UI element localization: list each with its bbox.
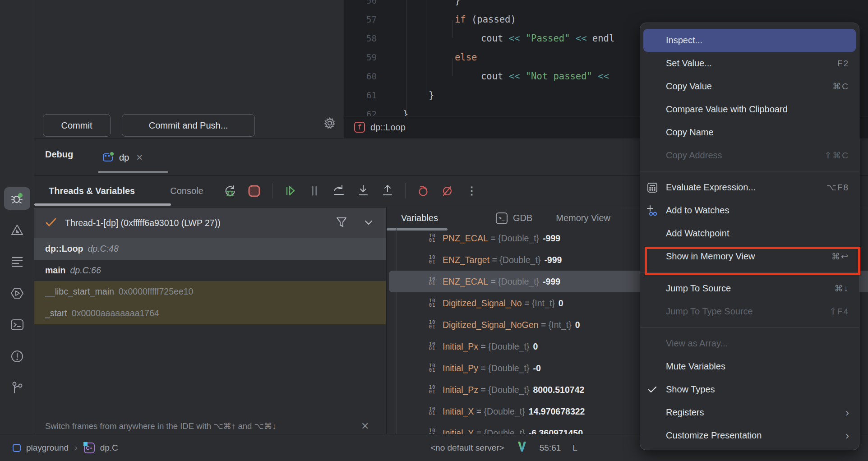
view-breakpoints-icon[interactable] [416,184,430,198]
tab-threads-variables[interactable]: Threads & Variables [49,186,135,196]
menu-item-inspect[interactable]: Inspect... [643,29,856,52]
frame-row-library[interactable]: _start 0x0000aaaaaaaa1764 [34,303,386,324]
tab-memory-view[interactable]: Memory View [556,213,610,223]
step-over-icon[interactable] [332,184,346,198]
status-default-server[interactable]: <no default server> [430,443,504,453]
code-token: << [509,33,526,44]
cpp-file-icon: C+ [84,443,95,453]
line-number: 56 [344,0,377,10]
menu-item-jump-to-source[interactable]: Jump To Source ⌘↓ [640,277,859,300]
tool-problems-button[interactable] [4,345,30,368]
thread-selector[interactable]: Thread-1-[dp] (0xfffff6a93010 (LWP 27)) [34,208,386,238]
menu-item-compare-value-with-clipboard[interactable]: Compare Value with Clipboard [640,98,859,121]
stop-icon[interactable] [248,184,261,198]
step-into-icon[interactable] [356,184,370,198]
menu-item-label: Evaluate Expression... [666,182,756,193]
shortcut-hint: ⇧⌘C [824,150,849,161]
frame-row-library[interactable]: __libc_start_main 0x0000fffff725ee10 [34,281,386,303]
close-icon[interactable]: ✕ [361,420,369,432]
indent-guide [452,20,453,38]
annotation-highlight-box [645,247,860,275]
code-token: } [455,0,460,6]
tool-version-control-button[interactable] [4,377,30,399]
status-project-name[interactable]: playground [26,443,69,453]
breadcrumb[interactable]: dp::Loop [370,122,406,133]
menu-item-customize-presentation[interactable]: Customize Presentation › [640,424,859,447]
code-token: if [455,14,466,25]
status-caret-position[interactable]: 55:61 [540,443,561,453]
step-out-icon[interactable] [381,184,394,198]
rerun-debug-icon[interactable] [223,184,237,198]
structure-icon [11,256,23,267]
chevron-down-icon[interactable] [364,219,374,227]
menu-item-label: Copy Name [666,127,714,138]
primitive-variable-icon: 1001 [426,342,438,351]
menu-item-show-types[interactable]: Show Types [640,378,859,401]
code-line: } [455,0,460,10]
close-icon[interactable]: × [136,153,143,162]
more-options-kebab-icon[interactable]: ⋮ [465,184,479,198]
tab-dp-session[interactable]: dp × [103,146,171,169]
tool-terminal-button[interactable] [4,313,30,336]
menu-item-evaluate-expression[interactable]: Evaluate Expression... ⌥F8 [640,176,859,199]
variable-name: PNZ_ECAL [443,233,488,244]
commit-button[interactable]: Commit [43,114,111,137]
variable-type: {Double_t} [488,385,529,395]
resume-icon[interactable] [283,184,297,198]
frame-row[interactable]: main dp.C:66 [34,260,386,281]
services-icon [10,287,24,300]
pause-icon[interactable] [308,184,321,198]
add-to-watches-icon [646,205,658,217]
variable-type: {Double_t} [498,233,539,244]
tool-debug-button[interactable] [4,187,30,210]
menu-item-add-to-watches[interactable]: Add to Watches [640,199,859,222]
tab-console[interactable]: Console [170,186,203,196]
line-number: 58 [344,29,377,48]
tab-variables[interactable]: Variables [401,213,438,223]
commit-and-push-button[interactable]: Commit and Push... [122,114,255,137]
equals: = [474,428,484,435]
menu-item-label: Add Watchpoint [666,228,729,239]
menu-item-copy-value[interactable]: Copy Value ⌘C [640,75,859,98]
variable-type: {Int_t} [532,298,555,309]
menu-item-registers[interactable]: Registers › [640,401,859,424]
primitive-variable-icon: 1001 [426,320,438,329]
menu-item-mute-variables[interactable]: Mute Variables [640,355,859,378]
frame-row-current[interactable]: dp::Loop dp.C:48 [34,238,386,260]
profiler-icon [10,223,24,237]
variable-value: -999 [543,233,560,244]
variable-value: 0 [559,298,563,309]
menu-item-set-value[interactable]: Set Value... F2 [640,52,859,75]
tool-profiler-button[interactable] [4,219,30,241]
variable-name: Initial_Px [443,341,478,352]
tool-services-button[interactable] [4,282,30,304]
equals: = [488,233,498,244]
activity-bar [0,0,34,434]
code-token: cout [481,71,509,82]
indent-guide [406,0,406,114]
menu-item-label: Jump To Type Source [666,306,753,317]
debugger-context-menu: Inspect... Set Value... F2 Copy Value ⌘C… [640,23,859,450]
tool-structure-button[interactable] [4,250,30,273]
commit-settings-gear-icon[interactable] [323,116,337,132]
tab-gdb[interactable]: GDB [513,213,532,223]
v-plugin-icon[interactable] [516,440,528,455]
menu-item-label: Mute Variables [666,361,725,372]
status-file-name[interactable]: dp.C [100,443,118,453]
menu-item-label: Copy Address [666,150,722,161]
frame-function: dp::Loop [45,244,83,254]
filter-funnel-icon[interactable] [336,217,347,230]
shortcut-hint: ⌘C [832,81,849,92]
variable-value: 0 [533,341,538,352]
menu-item-copy-name[interactable]: Copy Name [640,121,859,144]
variable-type: {Double_t} [484,428,525,435]
variable-type: {Double_t} [488,363,529,373]
code-token: endl [587,33,615,44]
menu-item-add-watchpoint[interactable]: Add Watchpoint [640,222,859,245]
line-number: 62 [344,105,377,116]
project-icon [13,444,21,452]
code-token: << [592,71,609,82]
equals: = [538,320,548,330]
status-line-ending[interactable]: L [573,443,577,453]
mute-breakpoints-icon[interactable] [441,184,454,198]
